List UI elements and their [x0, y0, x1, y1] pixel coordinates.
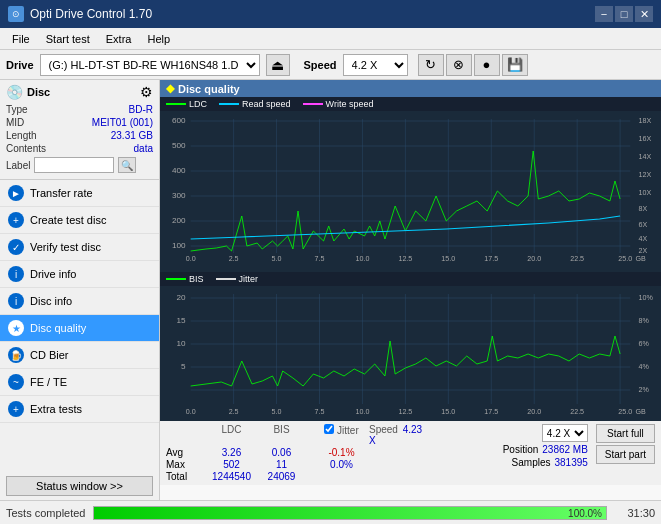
disc-info-label: Disc info: [30, 295, 72, 307]
read-speed-legend-color: [219, 103, 239, 105]
eject-button[interactable]: ⏏: [266, 54, 290, 76]
svg-text:10.0: 10.0: [355, 255, 369, 262]
speed-select-row: 4.2 X: [542, 424, 588, 442]
sidebar-item-disc-info[interactable]: i Disc info: [0, 288, 159, 315]
sidebar-item-disc-quality[interactable]: ★ Disc quality: [0, 315, 159, 342]
sidebar-item-drive-info[interactable]: i Drive info: [0, 261, 159, 288]
ldc-legend-color: [166, 103, 186, 105]
speed-select[interactable]: 4.2 X 1.0 X 2.0 X 8.0 X: [343, 54, 408, 76]
status-bar: Tests completed 100.0% 31:30: [0, 500, 661, 524]
stats-header-empty2: [304, 424, 314, 446]
maximize-button[interactable]: □: [615, 6, 633, 22]
stats-header-bis: BIS: [259, 424, 304, 446]
svg-text:16X: 16X: [639, 135, 652, 142]
menu-extra[interactable]: Extra: [98, 31, 140, 47]
extra-tests-icon: +: [8, 401, 24, 417]
speed-label: Speed: [304, 59, 337, 71]
fe-te-label: FE / TE: [30, 376, 67, 388]
svg-text:500: 500: [172, 141, 186, 150]
start-full-button[interactable]: Start full: [596, 424, 655, 443]
stats-header-jitter-chk: Jitter: [314, 424, 369, 446]
menu-start-test[interactable]: Start test: [38, 31, 98, 47]
avg-bis: 0.06: [259, 447, 304, 458]
svg-text:5.0: 5.0: [272, 255, 282, 262]
jitter-checkbox[interactable]: [324, 424, 334, 434]
svg-text:5.0: 5.0: [272, 408, 282, 415]
sidebar-item-extra-tests[interactable]: + Extra tests: [0, 396, 159, 423]
speed-select-control[interactable]: 4.2 X: [542, 424, 588, 442]
svg-text:5: 5: [181, 362, 186, 371]
burn-button[interactable]: ●: [474, 54, 500, 76]
drive-select[interactable]: (G:) HL-DT-ST BD-RE WH16NS48 1.D3: [40, 54, 260, 76]
jitter-legend-color: [216, 278, 236, 280]
bis-legend-color: [166, 278, 186, 280]
svg-text:17.5: 17.5: [484, 255, 498, 262]
title-bar: ⊙ Opti Drive Control 1.70 − □ ✕: [0, 0, 661, 28]
disc-label-search-button[interactable]: 🔍: [118, 157, 136, 173]
disc-label-input[interactable]: [34, 157, 114, 173]
svg-text:200: 200: [172, 216, 186, 225]
read-speed-legend-label: Read speed: [242, 99, 291, 109]
save-button[interactable]: 💾: [502, 54, 528, 76]
svg-rect-44: [160, 286, 661, 421]
bis-legend: BIS: [166, 274, 204, 284]
disc-settings-button[interactable]: ⚙: [140, 84, 153, 100]
disc-type-row: Type BD-R: [6, 103, 153, 116]
svg-text:4X: 4X: [639, 235, 648, 242]
sidebar-item-fe-te[interactable]: ~ FE / TE: [0, 369, 159, 396]
status-window-button[interactable]: Status window >>: [6, 476, 153, 496]
stats-total-row: Total 1244540 24069: [166, 471, 495, 482]
fe-te-icon: ~: [8, 374, 24, 390]
position-value: 23862 MB: [542, 444, 588, 455]
svg-text:10%: 10%: [639, 294, 654, 301]
drive-bar: Drive (G:) HL-DT-ST BD-RE WH16NS48 1.D3 …: [0, 50, 661, 80]
close-button[interactable]: ✕: [635, 6, 653, 22]
sidebar-item-verify-test-disc[interactable]: ✓ Verify test disc: [0, 234, 159, 261]
disc-panel-title: Disc: [27, 86, 50, 98]
erase-button[interactable]: ⊗: [446, 54, 472, 76]
svg-text:0.0: 0.0: [186, 255, 196, 262]
svg-text:2.5: 2.5: [229, 255, 239, 262]
svg-text:2%: 2%: [639, 386, 650, 393]
start-part-button[interactable]: Start part: [596, 445, 655, 464]
lower-chart-svg: 20 15 10 5 10% 8% 6% 4% 2% 0.0 2.5 5.0 7…: [160, 286, 661, 421]
refresh-button[interactable]: ↻: [418, 54, 444, 76]
drive-label: Drive: [6, 59, 34, 71]
cd-bier-icon: 🍺: [8, 347, 24, 363]
disc-panel-header: 💿 Disc ⚙: [6, 84, 153, 100]
right-panel: ◆ Disc quality LDC Read speed Write spee…: [160, 80, 661, 500]
svg-text:25.0: 25.0: [618, 255, 632, 262]
upper-chart-legend: LDC Read speed Write speed: [160, 97, 661, 111]
menu-file[interactable]: File: [4, 31, 38, 47]
disc-label-label: Label: [6, 160, 30, 171]
create-test-disc-icon: +: [8, 212, 24, 228]
avg-jitter: -0.1%: [314, 447, 369, 458]
svg-text:17.5: 17.5: [484, 408, 498, 415]
main-layout: 💿 Disc ⚙ Type BD-R MID MEIT01 (001) Leng…: [0, 80, 661, 500]
disc-quality-label: Disc quality: [30, 322, 86, 334]
svg-text:15: 15: [176, 316, 186, 325]
sidebar-item-transfer-rate[interactable]: ► Transfer rate: [0, 180, 159, 207]
disc-icon: 💿: [6, 84, 23, 100]
sidebar: 💿 Disc ⚙ Type BD-R MID MEIT01 (001) Leng…: [0, 80, 160, 500]
avg-ldc: 3.26: [204, 447, 259, 458]
app-icon: ⊙: [8, 6, 24, 22]
menu-help[interactable]: Help: [139, 31, 178, 47]
chart-title-text: Disc quality: [178, 83, 240, 95]
total-bis: 24069: [259, 471, 304, 482]
extra-tests-label: Extra tests: [30, 403, 82, 415]
samples-row: Samples 381395: [512, 457, 588, 468]
sidebar-item-cd-bier[interactable]: 🍺 CD Bier: [0, 342, 159, 369]
speed-label: Speed: [369, 424, 398, 435]
svg-text:100: 100: [172, 241, 186, 250]
max-label: Max: [166, 459, 204, 470]
status-text: Tests completed: [6, 507, 85, 519]
lower-chart-legend: BIS Jitter: [160, 272, 661, 286]
svg-text:300: 300: [172, 191, 186, 200]
svg-text:25.0: 25.0: [618, 408, 632, 415]
svg-text:7.5: 7.5: [315, 408, 325, 415]
svg-text:20: 20: [176, 293, 186, 302]
jitter-legend: Jitter: [216, 274, 259, 284]
minimize-button[interactable]: −: [595, 6, 613, 22]
sidebar-item-create-test-disc[interactable]: + Create test disc: [0, 207, 159, 234]
